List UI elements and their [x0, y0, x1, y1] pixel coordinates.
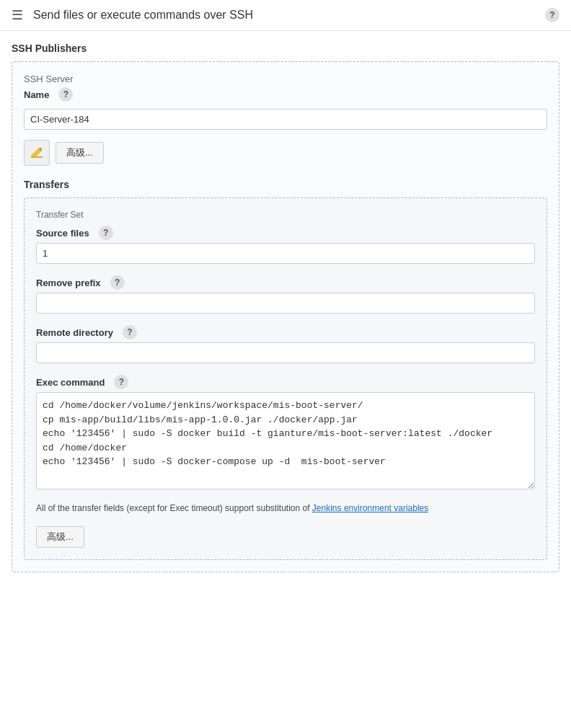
info-text: All of the transfer fields (except for E… [36, 503, 310, 513]
transfers-advanced-button[interactable]: 高级... [36, 526, 84, 548]
transfers-section: Transfers Transfer Set Source files ? Re… [24, 179, 547, 560]
source-files-input[interactable] [36, 243, 535, 264]
exec-command-group: Exec command ? cd /home/docker/volume/je… [36, 375, 535, 492]
remote-directory-help-icon[interactable]: ? [123, 325, 137, 339]
server-name-input[interactable] [24, 109, 547, 130]
page-title: Send files or execute commands over SSH [33, 9, 539, 22]
remote-directory-label: Remote directory [36, 327, 113, 338]
exec-command-textarea[interactable]: cd /home/docker/volume/jenkins/workspace… [36, 392, 535, 489]
remote-directory-group: Remote directory ? [36, 325, 535, 363]
source-files-group: Source files ? [36, 226, 535, 264]
ssh-publishers-title: SSH Publishers [12, 43, 559, 54]
advanced-row: 高级... [24, 140, 547, 166]
remove-prefix-label-row: Remove prefix ? [36, 275, 535, 290]
remove-prefix-help-icon[interactable]: ? [110, 275, 125, 290]
ssh-server-label: SSH Server [24, 74, 547, 84]
remove-prefix-group: Remove prefix ? [36, 275, 535, 314]
remove-prefix-input[interactable] [36, 293, 535, 314]
top-bar: ☰ Send files or execute commands over SS… [0, 0, 571, 31]
menu-icon[interactable]: ☰ [12, 7, 23, 23]
name-label: Name [24, 89, 49, 100]
remote-directory-label-row: Remote directory ? [36, 325, 535, 339]
transfers-title: Transfers [24, 179, 547, 190]
remote-directory-input[interactable] [36, 342, 535, 363]
name-row: Name ? [24, 87, 547, 102]
info-text-row: All of the transfer fields (except for E… [36, 503, 535, 513]
transfer-set-box: Transfer Set Source files ? Remove prefi… [24, 197, 547, 560]
source-files-label: Source files [36, 228, 89, 239]
exec-command-help-icon[interactable]: ? [114, 375, 128, 389]
name-help-icon[interactable]: ? [58, 87, 73, 102]
ssh-advanced-button[interactable]: 高级... [56, 142, 104, 164]
transfer-set-label: Transfer Set [36, 210, 535, 220]
source-files-label-row: Source files ? [36, 226, 535, 240]
jenkins-env-link[interactable]: Jenkins environment variables [312, 503, 428, 513]
exec-command-label-row: Exec command ? [36, 375, 535, 389]
pencil-icon[interactable] [24, 140, 50, 166]
main-content: SSH Publishers SSH Server Name ? 高级... [0, 31, 571, 595]
page-help-icon[interactable]: ? [545, 8, 559, 22]
ssh-publishers-box: SSH Server Name ? 高级... Transfers [12, 61, 559, 572]
exec-command-label: Exec command [36, 377, 105, 388]
source-files-help-icon[interactable]: ? [99, 226, 113, 240]
remove-prefix-label: Remove prefix [36, 278, 101, 288]
server-name-field [24, 109, 547, 130]
